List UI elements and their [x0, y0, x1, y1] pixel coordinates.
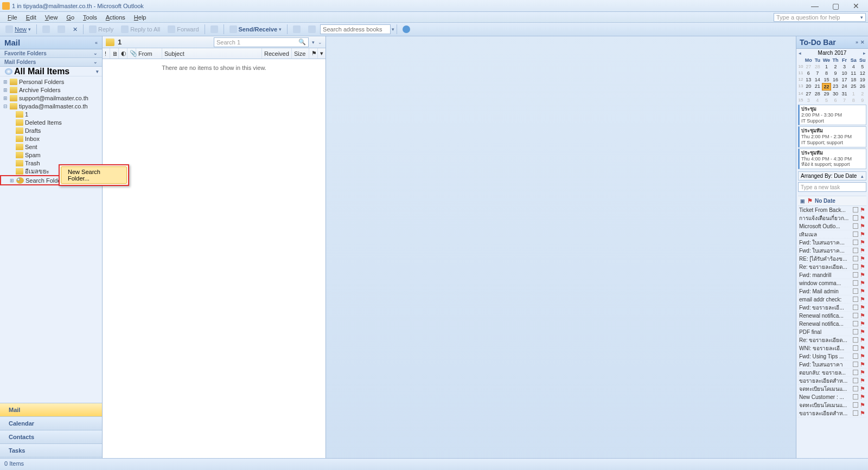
arranged-by-header[interactable]: Arranged By: Due Date ▴	[798, 171, 866, 181]
flag-icon[interactable]: ⚑	[860, 231, 865, 238]
task-item[interactable]: Fwd: ใบเสนอราค...⚑	[798, 247, 866, 255]
categorize-button[interactable]	[207, 24, 221, 34]
prev-month-icon[interactable]: ◂	[799, 50, 801, 56]
all-mail-items[interactable]: All Mail Items ▾	[0, 67, 102, 76]
flag-icon[interactable]: ⚑	[860, 247, 865, 254]
folder-item[interactable]: Inbox	[0, 134, 102, 143]
calendar-day[interactable]: 9	[858, 97, 867, 104]
flag-icon[interactable]: ⚑	[860, 385, 865, 392]
task-checkbox[interactable]	[853, 402, 858, 408]
search-folder-input[interactable]: Search 1 🔍	[214, 37, 309, 47]
col-received[interactable]: Received	[262, 48, 292, 59]
help-question-input[interactable]: Type a question for help ▾	[774, 13, 866, 22]
folder-item[interactable]: 1	[0, 110, 102, 118]
task-checkbox[interactable]	[853, 386, 858, 391]
flag-icon[interactable]: ⚑	[860, 239, 865, 246]
flag-icon[interactable]: ⚑	[860, 394, 865, 401]
chevron-down-icon[interactable]: ▾	[392, 27, 394, 32]
calendar-day[interactable]: 30	[831, 91, 840, 97]
task-checkbox[interactable]	[853, 231, 858, 237]
menu-help[interactable]: Help	[130, 13, 151, 22]
task-item[interactable]: Ticket From Back...⚑	[798, 206, 866, 214]
col-size[interactable]: Size	[292, 48, 309, 59]
task-checkbox[interactable]	[853, 248, 858, 253]
folder-root[interactable]: ⊞Personal Folders	[0, 78, 102, 86]
flag-icon[interactable]: ⚑	[860, 320, 865, 327]
task-checkbox[interactable]	[853, 370, 858, 375]
flag-icon[interactable]: ⚑	[860, 345, 865, 352]
task-group-header[interactable]: ▣ ⚑ No Date	[798, 196, 866, 206]
folder-item[interactable]: Spam	[0, 151, 102, 159]
task-checkbox[interactable]	[853, 378, 858, 383]
calendar-day[interactable]: 12	[858, 70, 867, 76]
maximize-button[interactable]: ▢	[829, 2, 842, 10]
task-checkbox[interactable]	[853, 321, 858, 326]
calendar-day[interactable]: 1	[822, 63, 831, 70]
task-checkbox[interactable]	[853, 240, 858, 245]
task-item[interactable]: Fwd: ใบเสนอราค...⚑	[798, 239, 866, 247]
task-item[interactable]: WNI: ขอรายละเอี...⚑	[798, 344, 866, 352]
calendar-day[interactable]: 17	[840, 76, 849, 83]
flag-icon[interactable]: ⚑	[860, 329, 865, 336]
appointment-item[interactable]: ประชุมทีมThu 2:00 PM - 2:30 PMIT Support…	[798, 126, 866, 147]
calendar-day[interactable]: 2	[831, 63, 840, 70]
task-checkbox[interactable]	[853, 256, 858, 261]
task-checkbox[interactable]	[853, 313, 858, 318]
calendar-day[interactable]: 4	[849, 63, 858, 70]
menu-edit[interactable]: Edit	[22, 13, 41, 22]
task-checkbox[interactable]	[853, 394, 858, 400]
task-checkbox[interactable]	[853, 305, 858, 310]
calendar-day[interactable]: 27	[804, 63, 813, 70]
calendar-day[interactable]: 8	[822, 70, 831, 76]
print-button[interactable]	[39, 24, 53, 34]
menu-actions[interactable]: Actions	[101, 13, 130, 22]
task-checkbox[interactable]	[853, 223, 858, 229]
calendar-day[interactable]: 18	[849, 76, 858, 83]
calendar-day[interactable]: 8	[849, 97, 858, 104]
flag-icon[interactable]: ⚑	[860, 215, 865, 222]
new-search-folder-menu-item[interactable]: New Search Folder...	[61, 166, 127, 184]
address-book-button[interactable]	[305, 24, 319, 34]
calendar-day[interactable]: 24	[840, 83, 849, 91]
task-item[interactable]: New Customer : ...⚑	[798, 393, 866, 401]
calendar-day[interactable]: 13	[804, 76, 813, 83]
chevron-down-icon[interactable]: ▾	[312, 40, 315, 45]
calendar-day[interactable]: 29	[822, 91, 831, 97]
move-button[interactable]	[54, 24, 68, 34]
reply-button[interactable]: Reply	[86, 24, 117, 34]
task-item[interactable]: ตอบกลับ: ขอรายล...⚑	[798, 369, 866, 377]
task-item[interactable]: จดทะเบียนโดเมนแ...⚑	[798, 385, 866, 393]
task-item[interactable]: Fwd: Using Tips ...⚑	[798, 352, 866, 360]
task-checkbox[interactable]	[853, 272, 858, 278]
flag-icon[interactable]: ⚑	[860, 304, 865, 311]
menu-file[interactable]: File	[3, 13, 22, 22]
flag-icon[interactable]: ⚑	[860, 377, 865, 384]
calendar-day[interactable]: 10	[840, 70, 849, 76]
calendar-day[interactable]: 11	[849, 70, 858, 76]
col-category[interactable]: ▾	[318, 48, 326, 59]
col-subject[interactable]: Subject	[162, 48, 262, 59]
reply-all-button[interactable]: Reply to All	[118, 24, 163, 34]
calendar-day[interactable]: 5	[858, 63, 867, 70]
task-checkbox[interactable]	[853, 329, 858, 334]
flag-icon[interactable]: ⚑	[860, 402, 865, 409]
new-task-input[interactable]: Type a new task	[798, 182, 866, 192]
calendar-day[interactable]: 4	[813, 97, 822, 104]
calendar-day[interactable]: 14	[813, 76, 822, 83]
help-button[interactable]	[399, 24, 413, 34]
col-attachment[interactable]: 📎	[127, 48, 136, 59]
calendar-day[interactable]: 21	[813, 83, 822, 91]
task-item[interactable]: RE: [ได้รับคำร้องข...⚑	[798, 255, 866, 263]
expand-search-icon[interactable]: ⌄	[318, 40, 322, 45]
flag-icon[interactable]: ⚑	[860, 312, 865, 319]
flag-icon[interactable]: ⚑	[860, 296, 865, 303]
find-contact-button[interactable]	[290, 24, 304, 34]
task-item[interactable]: ขอรายละเอียดสำห...⚑	[798, 409, 866, 417]
flag-icon[interactable]: ⚑	[860, 263, 865, 271]
favorite-folders-header[interactable]: Favorite Folders ⌄	[0, 49, 102, 58]
nav-mail-button[interactable]: Mail	[0, 403, 102, 416]
forward-button[interactable]: Forward	[164, 24, 202, 34]
close-button[interactable]: ✕	[850, 2, 863, 10]
collapse-todo-icon[interactable]: »	[856, 40, 858, 45]
folder-item[interactable]: Drafts	[0, 126, 102, 134]
